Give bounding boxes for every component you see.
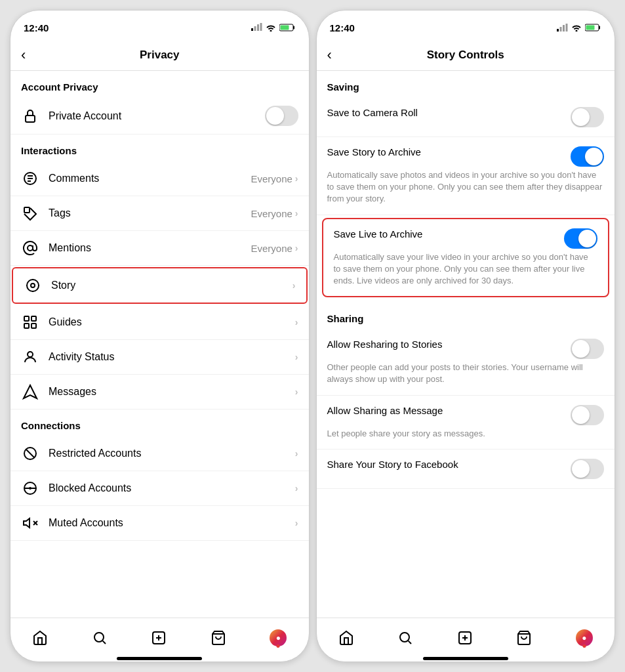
right-nav-search[interactable] (397, 630, 413, 646)
story-row[interactable]: Story › (12, 267, 308, 304)
svg-rect-17 (24, 316, 29, 321)
left-back-button[interactable]: ‹ (21, 47, 26, 64)
allow-sharing-message-toggle[interactable] (571, 405, 604, 425)
activity-chevron: › (295, 352, 298, 362)
messages-row[interactable]: Messages › (10, 375, 309, 410)
svg-rect-9 (24, 207, 30, 213)
muted-accounts-row[interactable]: Muted Accounts › (10, 506, 309, 541)
muted-chevron: › (295, 518, 298, 528)
messages-chevron: › (295, 387, 298, 397)
mentions-row[interactable]: Mentions Everyone › (10, 231, 309, 266)
story-icon (24, 276, 42, 295)
nav-add[interactable] (151, 630, 167, 646)
signal-icon (251, 23, 262, 33)
share-to-facebook-toggle[interactable] (571, 459, 604, 479)
guides-chevron: › (295, 317, 298, 327)
muted-icon (21, 514, 39, 532)
right-header: ‹ Story Controls (317, 39, 615, 71)
sharing-label: Sharing (317, 303, 615, 329)
tags-row[interactable]: Tags Everyone › (10, 196, 309, 231)
svg-rect-2 (257, 24, 259, 31)
svg-rect-6 (280, 26, 289, 30)
save-live-archive-highlighted: Save Live to Archive Automatically save … (322, 218, 610, 298)
account-privacy-label: Account Privacy (10, 71, 309, 98)
right-bottom-nav: ● (317, 618, 615, 654)
svg-point-43 (400, 633, 409, 642)
right-nav-profile[interactable]: ● (576, 629, 593, 646)
allow-sharing-message-desc: Let people share your story as messages. (327, 428, 605, 440)
right-phone: 12:40 ‹ Story Controls Saving (316, 10, 616, 662)
svg-rect-38 (563, 25, 565, 32)
svg-rect-37 (560, 27, 562, 32)
lock-icon (21, 107, 39, 125)
svg-rect-0 (251, 28, 253, 31)
save-camera-roll-toggle[interactable] (571, 107, 604, 127)
private-account-toggle[interactable] (265, 106, 298, 126)
allow-resharing-toggle[interactable] (571, 339, 604, 359)
svg-rect-41 (599, 26, 600, 29)
battery-icon-right (585, 22, 601, 33)
svg-point-30 (94, 633, 104, 642)
blocked-icon (21, 479, 39, 497)
left-header-title: Privacy (140, 49, 180, 62)
svg-rect-19 (31, 316, 36, 321)
svg-point-12 (31, 284, 35, 287)
save-story-archive-row[interactable]: Save Story to Archive Automatically save… (317, 137, 615, 215)
save-story-archive-toggle[interactable] (571, 146, 604, 167)
nav-profile[interactable]: ● (270, 629, 287, 646)
private-account-label: Private Account (49, 110, 265, 122)
svg-rect-3 (260, 23, 262, 31)
guides-icon (21, 313, 39, 331)
share-to-facebook-row[interactable]: Share Your Story to Facebook (317, 450, 615, 489)
right-status-bar: 12:40 (317, 10, 615, 39)
right-back-button[interactable]: ‹ (327, 47, 332, 64)
restricted-icon (21, 444, 39, 463)
svg-rect-39 (566, 24, 568, 32)
signal-icon-right (557, 22, 568, 33)
tags-value: Everyone (251, 208, 292, 219)
comments-chevron: › (295, 173, 298, 184)
private-account-row[interactable]: Private Account (10, 98, 309, 135)
svg-point-11 (27, 280, 39, 291)
allow-sharing-message-row[interactable]: Allow Sharing as Message Let people shar… (317, 396, 615, 450)
svg-line-31 (102, 640, 105, 643)
right-nav-home[interactable] (338, 630, 354, 646)
blocked-chevron: › (295, 483, 298, 494)
save-live-archive-row[interactable]: Save Live to Archive Automatically save … (323, 219, 609, 297)
interactions-label: Interactions (10, 135, 309, 161)
left-phone: 12:40 ‹ Privacy Account Privacy (10, 10, 310, 662)
comments-value: Everyone (251, 173, 292, 184)
svg-rect-18 (24, 324, 29, 328)
blocked-accounts-row[interactable]: Blocked Accounts › (10, 471, 309, 506)
restricted-accounts-row[interactable]: Restricted Accounts › (10, 436, 309, 471)
save-camera-roll-title: Save to Camera Roll (327, 107, 563, 118)
save-camera-roll-row[interactable]: Save to Camera Roll (317, 98, 615, 137)
svg-rect-42 (586, 25, 595, 30)
activity-status-row[interactable]: Activity Status › (10, 340, 309, 375)
guides-row[interactable]: Guides › (10, 305, 309, 340)
tag-icon (21, 204, 39, 222)
mention-icon (21, 239, 39, 257)
guides-label: Guides (49, 316, 295, 328)
mentions-label: Mentions (49, 242, 251, 254)
mentions-chevron: › (295, 243, 298, 253)
right-status-icons (557, 22, 601, 33)
right-nav-add[interactable] (457, 630, 473, 646)
save-live-archive-toggle[interactable] (564, 228, 597, 249)
nav-shop[interactable] (211, 630, 226, 646)
restricted-accounts-label: Restricted Accounts (49, 448, 295, 459)
activity-status-label: Activity Status (49, 351, 295, 363)
comments-row[interactable]: Comments Everyone › (10, 161, 309, 196)
nav-search[interactable] (92, 630, 108, 646)
nav-home[interactable] (32, 630, 48, 646)
battery-icon (279, 24, 296, 32)
allow-resharing-row[interactable]: Allow Resharing to Stories Other people … (317, 329, 615, 395)
blocked-accounts-label: Blocked Accounts (49, 482, 295, 494)
right-nav-shop[interactable] (516, 630, 532, 646)
nav-dot (277, 644, 280, 648)
right-content: Saving Save to Camera Roll Save Story to… (317, 71, 615, 618)
left-home-bar (117, 657, 202, 660)
left-status-bar: 12:40 (10, 10, 309, 39)
allow-sharing-message-title: Allow Sharing as Message (327, 405, 563, 416)
tags-chevron: › (295, 208, 298, 219)
